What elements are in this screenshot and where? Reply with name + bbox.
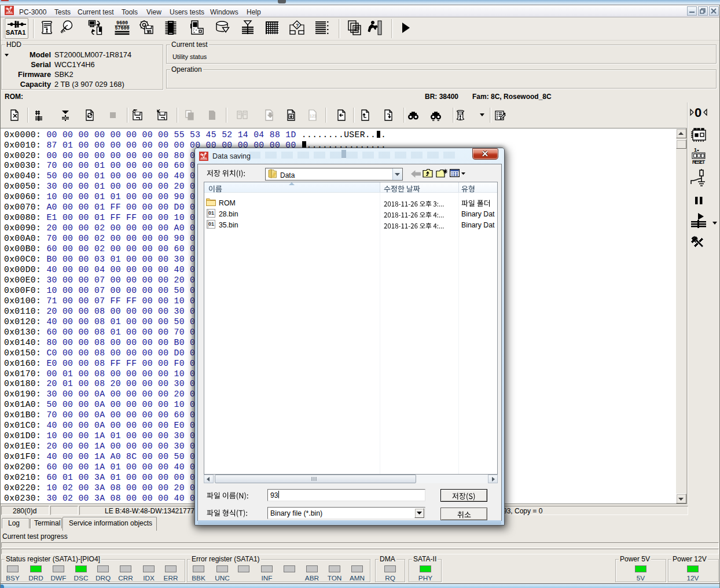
svg-text:1: 1 — [694, 147, 697, 153]
svg-text:0: 0 — [695, 105, 701, 120]
svg-text:RESET: RESET — [692, 159, 706, 164]
svg-text:123: 123 — [310, 114, 317, 118]
svg-text:57600: 57600 — [115, 25, 129, 31]
svg-text:?: ? — [296, 23, 299, 28]
